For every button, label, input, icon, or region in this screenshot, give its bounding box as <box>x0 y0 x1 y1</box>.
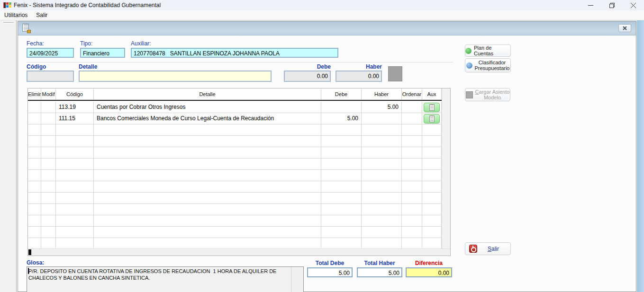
diferencia-input: 0.00 <box>406 267 452 277</box>
auxiliar-input[interactable]: 1207708478 SANTILLAN ESPINOZA JOHANNA PA… <box>131 48 338 58</box>
cell <box>94 181 321 193</box>
child-titlebar <box>18 21 636 35</box>
cell <box>362 124 402 136</box>
cell <box>56 215 94 227</box>
table-row[interactable] <box>28 227 442 238</box>
table-row[interactable] <box>28 170 442 181</box>
table-row[interactable]: 111.15Bancos Comerciales Moneda de Curso… <box>28 113 442 124</box>
column-header: Modif <box>41 88 56 100</box>
detalle-input[interactable] <box>79 71 272 82</box>
cell <box>402 136 422 147</box>
cell <box>94 238 321 248</box>
tipo-label: Tipo: <box>80 40 92 47</box>
cell <box>362 238 402 248</box>
aux-button[interactable] <box>424 103 440 112</box>
horizontal-scrollbar[interactable] <box>28 248 450 256</box>
cell <box>94 147 321 159</box>
cell <box>402 170 422 181</box>
cell <box>41 159 56 170</box>
table-row[interactable] <box>28 124 442 136</box>
cell <box>362 159 402 170</box>
plan-de-cuentas-button[interactable]: Plan de Cuentas <box>465 44 511 57</box>
column-header: Detalle <box>94 88 321 100</box>
tipo-input[interactable]: Financiero <box>80 48 125 58</box>
cell <box>41 238 56 248</box>
cell-aux <box>422 204 442 215</box>
clasificador-presupuestario-button[interactable]: Clasificador Presupuestario <box>465 58 511 72</box>
cell-aux <box>422 102 442 113</box>
column-header: Código <box>56 88 94 100</box>
menu-salir[interactable]: Salir <box>32 10 52 20</box>
cell <box>56 136 94 147</box>
cell: 5.00 <box>321 113 362 124</box>
cargar-asiento-modelo-button[interactable]: Cargar Asiento Modelo <box>465 88 510 101</box>
cell <box>41 124 56 136</box>
child-close-icon[interactable] <box>618 24 631 32</box>
cell <box>28 136 41 147</box>
cell <box>362 147 402 159</box>
minimize-icon[interactable] <box>580 0 601 10</box>
cell <box>321 102 362 113</box>
cell <box>402 204 422 215</box>
glosa-textarea[interactable]: P/R. DEPOSITO EN CUENTA ROTATIVA DE INGR… <box>27 266 304 292</box>
fecha-input[interactable]: 24/09/2025 <box>27 48 74 58</box>
cell <box>321 227 362 238</box>
cell <box>41 181 56 193</box>
cell <box>28 124 41 136</box>
codigo-input[interactable] <box>27 71 74 82</box>
total-haber-input: 5.00 <box>357 267 402 277</box>
fecha-label: Fecha: <box>27 40 44 47</box>
haber-label: Haber <box>336 63 382 70</box>
table-row[interactable] <box>28 193 442 204</box>
table-row[interactable] <box>28 238 442 248</box>
glosa-label: Glosa: <box>27 259 44 266</box>
table-row[interactable] <box>28 204 442 215</box>
table-row[interactable] <box>28 147 442 159</box>
salir-button[interactable]: Salir <box>465 242 511 255</box>
cell <box>321 147 362 159</box>
column-header: Ordenar <box>402 88 422 100</box>
codigo-label: Código <box>27 63 46 70</box>
table-row[interactable]: 113.19Cuentas por Cobrar Otros Ingresos5… <box>28 102 442 113</box>
mdi-right-strip <box>637 20 644 292</box>
cell <box>321 136 362 147</box>
cell <box>28 238 41 248</box>
cell <box>56 204 94 215</box>
column-header: Haber <box>362 88 402 100</box>
cell-aux <box>422 227 442 238</box>
window-titlebar: Fenix - Sistema Integrado de Contabilida… <box>0 0 644 10</box>
cell <box>94 136 321 147</box>
window-title: Fenix - Sistema Integrado de Contabilida… <box>14 2 161 9</box>
cell <box>321 170 362 181</box>
table-row[interactable] <box>28 136 442 147</box>
gray-square-icon <box>466 91 473 98</box>
menu-utilitarios[interactable]: Utilitarios <box>0 10 32 20</box>
aux-button[interactable] <box>424 114 440 124</box>
splitter-grip[interactable] <box>3 22 14 24</box>
ledger-form-icon <box>22 24 31 33</box>
clasificador-label-1: Clasificador <box>479 60 506 65</box>
cell <box>28 147 41 159</box>
haber-input[interactable]: 0.00 <box>336 71 382 82</box>
cell <box>402 159 422 170</box>
entries-table: EliminModifCódigoDetalleDebeHaberOrdenar… <box>27 88 451 256</box>
debe-label: Debe <box>284 63 331 70</box>
table-row[interactable] <box>28 181 442 193</box>
cell <box>41 227 56 238</box>
cell <box>402 147 422 159</box>
table-row[interactable] <box>28 159 442 170</box>
add-entry-button[interactable] <box>388 66 402 81</box>
cell-aux <box>422 113 442 124</box>
column-header: Aux <box>422 88 442 100</box>
table-row[interactable] <box>28 215 442 227</box>
close-icon[interactable] <box>623 0 644 10</box>
vertical-scrollbar[interactable] <box>442 88 450 248</box>
debe-input[interactable]: 0.00 <box>284 71 331 82</box>
glosa-scrollbar[interactable] <box>291 267 303 292</box>
cell <box>94 215 321 227</box>
scrollbar-thumb[interactable] <box>28 249 31 255</box>
green-sphere-icon <box>465 48 472 54</box>
cell <box>28 113 41 124</box>
cell <box>41 170 56 181</box>
restore-icon[interactable] <box>601 0 623 10</box>
